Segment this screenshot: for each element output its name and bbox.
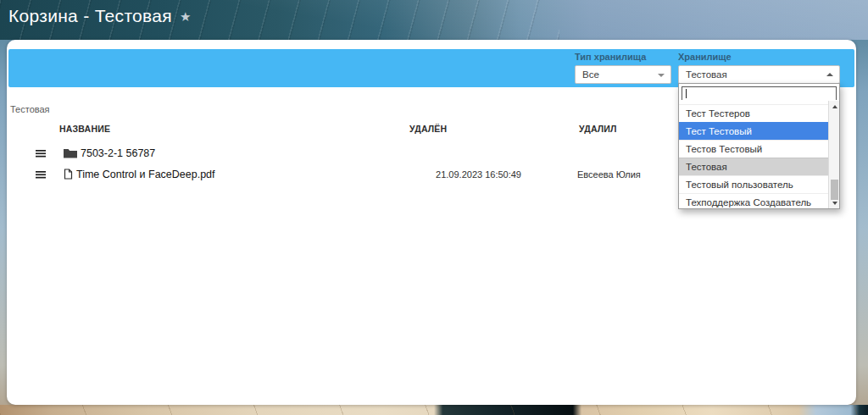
- item-name: 7503-2-1 56787: [81, 147, 155, 159]
- table-header-row: НАЗВАНИЕ УДАЛЁН УДАЛИЛ: [7, 121, 668, 136]
- page-title: Корзина - Тестовая★: [8, 6, 192, 26]
- column-header-deleted-by: УДАЛИЛ: [521, 124, 668, 134]
- item-name: Time Control и FaceDeep.pdf: [76, 169, 215, 180]
- hamburger-icon: [36, 149, 46, 158]
- storage-field: Хранилище Тестовая: [678, 52, 840, 84]
- storage-type-value: Все: [582, 69, 599, 80]
- row-menu-button[interactable]: [31, 170, 51, 179]
- item-name-cell[interactable]: Time Control и FaceDeep.pdf: [51, 169, 377, 180]
- dropdown-search-box: [682, 86, 837, 100]
- hamburger-icon: [36, 170, 46, 179]
- chevron-up-icon: [826, 73, 833, 76]
- breadcrumb: Тестовая: [10, 104, 50, 114]
- filter-toolbar: Тип хранилища Все Хранилище Тестовая: [8, 49, 854, 87]
- storage-type-label: Тип хранилища: [575, 52, 671, 62]
- storage-type-field: Тип хранилища Все: [575, 52, 671, 84]
- content-panel: Тип хранилища Все Хранилище Тестовая: [7, 40, 856, 405]
- table-row: Time Control и FaceDeep.pdf 21.09.2023 1…: [7, 163, 668, 185]
- table-row: 7503-2-1 56787: [7, 142, 668, 163]
- trash-table: НАЗВАНИЕ УДАЛЁН УДАЛИЛ: [7, 121, 668, 185]
- storage-option[interactable]: Тест Тестеров: [679, 104, 828, 122]
- storage-option[interactable]: Техподдержка Создаватель: [679, 193, 828, 208]
- chevron-down-icon: [658, 74, 665, 77]
- page: Корзина - Тестовая★ Тип хранилища Все Хр…: [0, 0, 868, 415]
- storage-option-highlighted[interactable]: Тест Тестовый: [679, 122, 828, 140]
- storage-label: Хранилище: [678, 52, 840, 62]
- document-icon: [64, 169, 73, 180]
- background-photo-bottom: [0, 405, 868, 415]
- column-header-name: НАЗВАНИЕ: [51, 124, 377, 134]
- folder-icon: [64, 148, 77, 158]
- text-caret: [686, 89, 687, 98]
- dropdown-scrollbar[interactable]: [828, 101, 839, 208]
- storage-option[interactable]: Тестовый пользователь: [679, 175, 828, 193]
- item-name-cell[interactable]: 7503-2-1 56787: [51, 147, 377, 159]
- scroll-down-arrow-icon[interactable]: [829, 198, 840, 208]
- storage-select[interactable]: Тестовая: [678, 65, 840, 84]
- scrollbar-thumb[interactable]: [831, 180, 838, 200]
- storage-type-select[interactable]: Все: [575, 65, 671, 84]
- storage-value: Тестовая: [686, 69, 727, 80]
- page-title-text: Корзина - Тестовая: [8, 6, 172, 25]
- scroll-up-arrow-icon[interactable]: [829, 102, 840, 111]
- storage-dropdown-panel: Тест Тестеров Тест Тестовый Тестов Тесто…: [678, 83, 840, 209]
- storage-option-selected[interactable]: Тестовая: [679, 158, 828, 175]
- storage-option[interactable]: Тестов Тестовый: [679, 140, 828, 158]
- dropdown-search-input[interactable]: [682, 90, 836, 102]
- column-header-deleted: УДАЛЁН: [377, 124, 521, 134]
- deleted-at-cell: 21.09.2023 16:50:49: [377, 169, 521, 180]
- favorite-star-icon[interactable]: ★: [180, 9, 192, 25]
- deleted-by-cell: Евсеева Юлия: [521, 169, 668, 180]
- row-menu-button[interactable]: [31, 149, 51, 158]
- storage-option-list: Тест Тестеров Тест Тестовый Тестов Тесто…: [679, 101, 828, 208]
